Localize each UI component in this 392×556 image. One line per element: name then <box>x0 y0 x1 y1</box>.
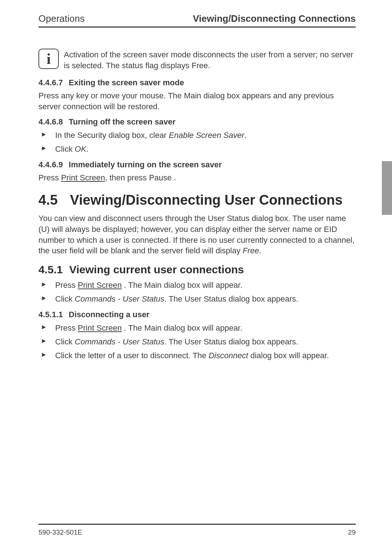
heading-title: Disconnecting a user <box>69 310 150 319</box>
heading-45: 4.5Viewing/Disconnecting User Connection… <box>38 192 356 208</box>
step-text-pre: Click <box>55 294 75 303</box>
body-em: Free <box>243 246 259 255</box>
step-text-post: . <box>244 131 246 140</box>
heading-title: Immediately turning on the screen saver <box>69 160 222 169</box>
step-text-pre: Press <box>55 323 78 332</box>
heading-4468: 4.4.6.8Turning off the screen saver <box>38 117 356 127</box>
heading-title: Viewing current user connections <box>69 263 244 275</box>
side-index-tab <box>382 161 392 215</box>
running-head: Operations Viewing/Disconnecting Connect… <box>38 13 356 28</box>
heading-number: 4.5.1 <box>38 263 63 275</box>
list-item: Press Print Screen . The Main dialog box… <box>38 322 356 334</box>
list-item: Click the letter of a user to disconnect… <box>38 350 356 361</box>
step-text-em: OK <box>75 144 86 154</box>
step-text-pre: Click <box>55 337 75 346</box>
heading-number: 4.4.6.8 <box>38 117 63 126</box>
steps-4511: Press Print Screen . The Main dialog box… <box>38 322 356 361</box>
heading-4511: 4.5.1.1Disconnecting a user <box>38 310 356 319</box>
list-item: Click Commands - User Status. The User S… <box>38 336 356 348</box>
body-post: , then press Pause . <box>105 173 176 182</box>
info-icon: i <box>38 49 59 69</box>
heading-4467: 4.4.6.7Exiting the screen saver mode <box>38 78 356 87</box>
step-text-pre: Click <box>55 144 75 154</box>
body-4467: Press any key or move your mouse. The Ma… <box>38 90 356 112</box>
list-item: In the Security dialog box, clear Enable… <box>38 130 356 141</box>
step-text-em: Disconnect <box>209 351 248 360</box>
heading-451: 4.5.1Viewing current user connections <box>38 263 356 276</box>
step-text-post: . The User Status dialog box appears. <box>164 294 298 303</box>
footer-doc-id: 590-332-501E <box>38 528 82 536</box>
step-text-pre: Press <box>55 281 78 290</box>
step-text-post: dialog box will appear. <box>248 351 329 360</box>
body-post: . <box>259 246 261 255</box>
body-pre: Press <box>38 173 61 182</box>
step-text-underline: Print Screen <box>78 281 122 290</box>
info-note: i Activation of the screen saver mode di… <box>38 49 356 71</box>
document-page: Operations Viewing/Disconnecting Connect… <box>0 0 392 515</box>
step-text-post: . The Main dialog box will appear. <box>122 323 242 332</box>
running-head-left: Operations <box>38 13 85 24</box>
heading-number: 4.4.6.9 <box>38 160 63 169</box>
list-item: Press Print Screen . The Main dialog box… <box>38 279 356 291</box>
heading-number: 4.5 <box>38 192 58 208</box>
body-4469: Press Print Screen, then press Pause . <box>38 172 356 183</box>
body-underline: Print Screen <box>61 173 105 182</box>
step-text-post: . The Main dialog box will appear. <box>122 281 242 290</box>
step-text-pre: Click the letter of a user to disconnect… <box>55 351 209 360</box>
steps-4468: In the Security dialog box, clear Enable… <box>38 130 356 155</box>
body-pre: You can view and disconnect users throug… <box>38 214 355 255</box>
step-text-post: . The User Status dialog box appears. <box>164 337 298 346</box>
heading-4469: 4.4.6.9Immediately turning on the screen… <box>38 160 356 169</box>
step-text-pre: In the Security dialog box, clear <box>55 131 169 140</box>
heading-number: 4.5.1.1 <box>38 310 63 319</box>
list-item: Click Commands - User Status. The User S… <box>38 293 356 305</box>
footer-page-number: 29 <box>348 528 356 536</box>
heading-title: Viewing/Disconnecting User Connections <box>70 192 343 208</box>
list-item: Click OK. <box>38 143 356 155</box>
step-text-underline: Print Screen <box>78 323 122 332</box>
step-text-em: Commands - User Status <box>75 294 164 303</box>
heading-title: Exiting the screen saver mode <box>69 78 184 87</box>
heading-number: 4.4.6.7 <box>38 78 63 87</box>
info-note-text: Activation of the screen saver mode disc… <box>64 49 356 71</box>
step-text-em: Commands - User Status <box>75 337 164 346</box>
heading-title: Turning off the screen saver <box>69 117 175 126</box>
step-text-em: Enable Screen Saver <box>169 131 244 140</box>
steps-451: Press Print Screen . The Main dialog box… <box>38 279 356 305</box>
body-45: You can view and disconnect users throug… <box>38 213 356 256</box>
step-text-post: . <box>86 144 89 154</box>
page-footer: 590-332-501E 29 <box>38 524 356 536</box>
running-head-right: Viewing/Disconnecting Connections <box>193 13 356 24</box>
